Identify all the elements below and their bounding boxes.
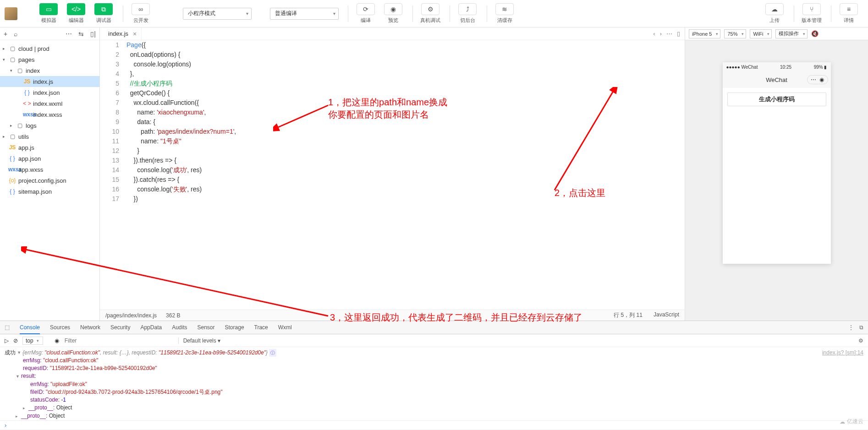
play-icon[interactable]: ▷ <box>5 337 9 344</box>
preview-button[interactable]: ◉预览 <box>380 3 406 24</box>
remote-debug-button[interactable]: ⚙真机调试 <box>418 3 443 24</box>
eye-icon[interactable]: ◉ <box>55 337 59 344</box>
device-nav-bar: WeChat ⋯ ◉ <box>723 71 831 88</box>
infinity-icon: ∞ <box>132 3 150 15</box>
stack-icon: ≋ <box>495 3 514 15</box>
tab-console[interactable]: Console <box>20 324 40 334</box>
file-index-wxml[interactable]: < >index.wxml <box>0 98 99 109</box>
tab-trace[interactable]: Trace <box>254 324 268 331</box>
clear-cache-button[interactable]: ≋清缓存 <box>492 3 517 24</box>
device-dropdown[interactable]: iPhone 5 <box>689 29 720 38</box>
tab-network[interactable]: Network <box>80 324 100 331</box>
status-path: /pages/index/index.js <box>105 312 157 319</box>
file-pages[interactable]: ▾▢pages <box>0 54 99 65</box>
dock-icon[interactable]: ⧉ <box>859 324 863 331</box>
file-index[interactable]: ▾▢index <box>0 65 99 76</box>
file-project-config-json[interactable]: {o}project.config.json <box>0 175 99 186</box>
inspect-icon[interactable]: ⬚ <box>5 324 10 331</box>
cloud-button[interactable]: ∞云开发 <box>128 3 154 24</box>
top-toolbar: ▭模拟器 </>编辑器 ⧉调试器 ∞云开发 小程序模式 普通编译 ⟳编译 ◉预览… <box>0 0 868 27</box>
operation-dropdown[interactable]: 模拟操作 <box>775 29 808 38</box>
time-label: 10:25 <box>780 65 791 70</box>
debugger-button[interactable]: ⧉调试器 <box>91 3 116 24</box>
file-app-wxss[interactable]: wxssapp.wxss <box>0 164 99 175</box>
success-label: 成功 <box>5 349 16 357</box>
compile-button[interactable]: ⟳编译 <box>353 3 379 24</box>
add-icon[interactable]: + <box>4 30 7 38</box>
tab-wxml[interactable]: Wxml <box>278 324 292 331</box>
capsule-menu-icon[interactable]: ⋯ <box>810 76 817 83</box>
split-icon[interactable]: ▯| <box>90 30 96 38</box>
tab-index-js[interactable]: index.js × <box>104 27 142 40</box>
branch-icon: ⑂ <box>802 3 821 15</box>
source-link[interactable]: index.js? [sm]:14 <box>822 349 863 357</box>
next-icon[interactable]: › <box>660 30 662 37</box>
devtools-tabs: ⬚ ConsoleSourcesNetworkSecurityAppDataAu… <box>0 321 868 334</box>
more-icon[interactable]: ⋮ <box>848 324 854 331</box>
zoom-dropdown[interactable]: 75% <box>724 29 746 38</box>
levels-dropdown[interactable]: Default levels ▾ <box>178 337 220 344</box>
tab-audits[interactable]: Audits <box>172 324 187 331</box>
device-frame: ●●●●● WeChat 10:25 99% ▮ WeChat ⋯ ◉ 生成小程… <box>723 62 831 264</box>
tab-sources[interactable]: Sources <box>50 324 70 331</box>
search-icon[interactable]: ⌕ <box>14 30 17 38</box>
file-explorer: + ⌕ ⋯ ⇆ ▯| ▸▢cloud | prod▾▢pages▾▢indexJ… <box>0 27 100 321</box>
detail-button[interactable]: ≡详情 <box>836 3 862 24</box>
upload-button[interactable]: ☁上传 <box>762 3 787 24</box>
editor-button[interactable]: </>编辑器 <box>63 3 89 24</box>
file-logs[interactable]: ▸▢logs <box>0 120 99 131</box>
simulator-panel: iPhone 5 75% WiFi 模拟操作 🔇 ●●●●● WeChat 10… <box>685 27 868 321</box>
filter-input[interactable] <box>64 337 174 345</box>
layout-icon[interactable]: ▯ <box>677 30 680 37</box>
tab-sensor[interactable]: Sensor <box>198 324 215 331</box>
cloud-up-icon: ☁ <box>765 3 784 15</box>
editor-tabs: index.js × ‹ › ⋯ ▯ <box>100 27 685 40</box>
more-icon[interactable]: ⋯ <box>666 30 672 37</box>
file-cloud---prod[interactable]: ▸▢cloud | prod <box>0 43 99 54</box>
tab-security[interactable]: Security <box>110 324 130 331</box>
exit-icon: ⤴ <box>458 3 477 15</box>
close-icon[interactable]: × <box>133 30 137 38</box>
file-tree-toolbar: + ⌕ ⋯ ⇆ ▯| <box>0 27 99 40</box>
bug-icon: ⚙ <box>421 3 439 15</box>
gear-icon[interactable]: ⚙ <box>858 337 863 344</box>
capsule-close-icon[interactable]: ◉ <box>819 76 825 83</box>
console-output[interactable]: 成功 ▼ {errMsg: "cloud.callFunction:ok", r… <box>0 347 868 420</box>
status-size: 362 B <box>166 312 180 319</box>
generate-qr-button[interactable]: 生成小程序码 <box>727 93 826 106</box>
file-app-js[interactable]: JSapp.js <box>0 142 99 153</box>
menu-icon: ≡ <box>840 3 858 15</box>
carrier-label: ●●●●● WeChat <box>726 65 758 70</box>
watermark: ☁ 亿速云 <box>840 418 863 425</box>
editor-status-bar: /pages/index/index.js 362 B 行 5，列 11 Jav… <box>100 310 685 321</box>
device-status-bar: ●●●●● WeChat 10:25 99% ▮ <box>723 62 831 71</box>
file-utils[interactable]: ▸▢utils <box>0 131 99 142</box>
simulator-toolbar: iPhone 5 75% WiFi 模拟操作 🔇 <box>685 27 868 40</box>
simulator-button[interactable]: ▭模拟器 <box>36 3 61 24</box>
version-button[interactable]: ⑂版本管理 <box>799 3 824 24</box>
file-index-js[interactable]: JSindex.js <box>0 76 99 87</box>
tab-appdata[interactable]: AppData <box>140 324 162 331</box>
more-icon[interactable]: ⋯ <box>66 30 72 38</box>
background-button[interactable]: ⤴切后台 <box>455 3 480 24</box>
code-area[interactable]: 1234567891011121314151617 Page({ onLoad(… <box>100 40 685 310</box>
tab-storage[interactable]: Storage <box>225 324 244 331</box>
scope-dropdown[interactable]: top <box>22 337 43 345</box>
console-prompt[interactable]: › <box>0 420 868 430</box>
avatar[interactable] <box>5 7 17 20</box>
network-dropdown[interactable]: WiFi <box>750 29 772 38</box>
mode-dropdown[interactable]: 小程序模式 <box>183 8 252 20</box>
file-index-wxss[interactable]: wxssindex.wxss <box>0 109 99 120</box>
status-cursor: 行 5，列 11 <box>614 311 643 319</box>
file-index-json[interactable]: { }index.json <box>0 87 99 98</box>
clear-icon[interactable]: ⊘ <box>13 337 18 344</box>
prev-icon[interactable]: ‹ <box>653 30 655 37</box>
file-sitemap-json[interactable]: { }sitemap.json <box>0 186 99 197</box>
mute-icon[interactable]: 🔇 <box>811 30 819 37</box>
console-filter-bar: ▷ ⊘ top ▾ ◉ Default levels ▾ ⚙ <box>0 334 868 347</box>
compile-dropdown[interactable]: 普通编译 <box>270 8 339 20</box>
collapse-icon[interactable]: ⇆ <box>78 30 84 38</box>
nav-title: WeChat <box>766 76 787 83</box>
phone-icon: ▭ <box>39 3 58 15</box>
file-app-json[interactable]: { }app.json <box>0 153 99 164</box>
